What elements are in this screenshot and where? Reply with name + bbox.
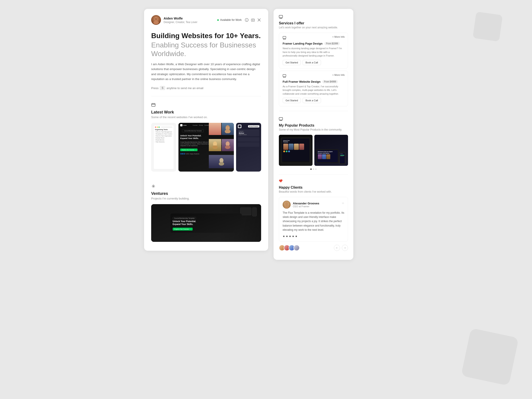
- svg-point-17: [212, 146, 218, 149]
- testimonial-name: Alexander Grooves: [293, 202, 319, 205]
- service-desc-2: As a Framer Expert & Top Creator, I've s…: [283, 85, 344, 96]
- svg-point-22: [153, 186, 154, 187]
- testimonials-title: Happy Clients: [279, 185, 348, 190]
- hero-title-main: Building Websites for 10+ Years.: [151, 32, 261, 40]
- svg-point-21: [219, 162, 224, 165]
- star-rating: ★ ★ ★ ★ ★: [283, 235, 344, 238]
- press-hint: Press S anytime to send me an email: [151, 86, 261, 90]
- get-started-btn-1[interactable]: Get Started: [283, 60, 301, 65]
- card1-item4: • Kanban Board: [155, 137, 172, 139]
- service-buttons-1: Get Started Book a Call: [283, 60, 344, 65]
- carousel-dot-3[interactable]: [315, 168, 317, 170]
- star-1: ★: [283, 235, 285, 238]
- service-desc-1: Need a stunning landing page designed in…: [283, 47, 344, 58]
- nav-arrows: ← →: [334, 245, 348, 251]
- testimonial-role: CEO at Framer: [293, 205, 319, 208]
- testimonial-text: The Flux Template is a revelation for my…: [283, 211, 344, 232]
- carousel-dot-1[interactable]: [310, 168, 312, 170]
- star-5: ★: [295, 235, 298, 238]
- testimonial-card: Alexander Grooves CEO at Framer " The Fl…: [279, 197, 348, 242]
- svg-rect-27: [283, 36, 286, 38]
- services-section: Services I offer Let's work together on …: [273, 9, 353, 106]
- venture-heading2: Expand Your Skills.: [173, 223, 240, 225]
- card3-heading: Mellow: [239, 132, 258, 134]
- service-card-1: + More Info Framer Landing Page Design F…: [279, 32, 348, 69]
- svg-marker-9: [253, 19, 253, 21]
- venture-btn[interactable]: Explore Our Courses →: [173, 228, 193, 231]
- twitter-icon[interactable]: [257, 18, 261, 22]
- card2-btn[interactable]: Explore Our Courses →: [180, 149, 197, 151]
- testimonial-avatar: [283, 201, 291, 209]
- avatar: [151, 15, 161, 25]
- carousel-dots: [279, 168, 348, 170]
- products-title: My Popular Products: [279, 123, 348, 127]
- key-badge: S: [160, 86, 165, 90]
- testimonial-author: Alexander Grooves CEO at Framer: [283, 201, 319, 209]
- svg-point-14: [226, 127, 227, 128]
- svg-point-7: [247, 19, 247, 19]
- venture-heading: Unlock Your Potential.: [173, 220, 240, 222]
- service-title-2: Full Framer Website Design: [283, 80, 321, 83]
- browse-btn: Browse Products: [248, 125, 259, 127]
- prev-arrow[interactable]: ←: [334, 245, 340, 251]
- star-3: ★: [289, 235, 291, 238]
- quote-marks: ": [342, 202, 344, 208]
- svg-point-13: [225, 129, 231, 133]
- hero-section: Building Websites for 10+ Years. Enablin…: [144, 29, 268, 96]
- card3-desc: Digital Products: [239, 134, 258, 135]
- profile-text: Aiden Wolfe Designer, Creator, Tea Lover: [164, 16, 197, 24]
- status-dot: [217, 19, 219, 21]
- star-2: ★: [286, 235, 288, 238]
- hero-body: I am Aiden Wolfe, a Web Designer with ov…: [151, 62, 261, 82]
- p2-heading: Effortlessly Sell Your Digital Products …: [318, 151, 337, 154]
- next-arrow[interactable]: →: [342, 245, 348, 251]
- svg-rect-10: [152, 103, 155, 106]
- card3-subtitle: Featured: [239, 131, 258, 132]
- work-card-2[interactable]: Luma CoursesPricingContact & SupportAbou…: [178, 123, 234, 171]
- profile-info: Aiden Wolfe Designer, Creator, Tea Lover: [151, 15, 197, 25]
- product-card-2[interactable]: Effortlessly Sell Your Digital Products …: [314, 135, 348, 166]
- testimonial-header: Alexander Grooves CEO at Framer ": [283, 201, 344, 209]
- p2-phone-text: Mellow: [340, 153, 344, 154]
- star-4: ★: [292, 235, 294, 238]
- hero-title-sub: Enabling Success for Businesses Worldwid…: [151, 41, 261, 58]
- service-price-1: From $1999: [324, 42, 340, 45]
- svg-rect-35: [279, 117, 283, 120]
- service-buttons-2: Get Started Book a Call: [283, 98, 344, 103]
- latest-work-title: Latest Work: [151, 110, 261, 115]
- ventures-desc: Projects I'm currently building.: [151, 197, 261, 200]
- products-icon: [279, 117, 348, 122]
- carousel-dot-2[interactable]: [313, 168, 314, 170]
- card1-item2: • Templates for Task Creation: [155, 133, 172, 134]
- social-icons: [245, 18, 261, 22]
- info-icon[interactable]: [245, 18, 249, 22]
- more-info-btn-1[interactable]: + More Info: [332, 35, 345, 38]
- ventures-section: Ventures Projects I'm currently building…: [144, 178, 268, 242]
- book-call-btn-1[interactable]: Book a Call: [303, 60, 321, 65]
- more-info-btn-2[interactable]: + More Info: [332, 74, 345, 76]
- testimonials-section: Happy Clients Beautiful words from clien…: [273, 174, 353, 242]
- card1-title: Organizing Tasks: [155, 129, 172, 130]
- available-label: Available for Work: [220, 18, 242, 21]
- svg-point-1: [154, 17, 158, 21]
- work-card-1[interactable]: Organizing Tasks • Tools for Task Manage…: [151, 123, 176, 171]
- latest-work-icon: [151, 103, 261, 108]
- testimonials-desc: Beautiful words from clients I've worked…: [279, 190, 348, 193]
- svg-point-2: [153, 21, 159, 24]
- ventures-card[interactable]: Course/Membership Template Unlock Your P…: [151, 204, 261, 242]
- reviewer-avatars: [279, 245, 300, 251]
- service-title-row-1: Framer Landing Page Design From $1999: [283, 42, 344, 45]
- venture-tag: Course/Membership Template: [173, 217, 196, 219]
- testimonial-author-info: Alexander Grooves CEO at Framer: [293, 202, 319, 208]
- service-price-2: From $4999: [322, 80, 338, 83]
- youtube-icon[interactable]: [251, 18, 255, 22]
- work-card-3[interactable]: Browse Products Featured Mellow Digital …: [236, 123, 261, 171]
- right-panel: Services I offer Let's work together on …: [273, 9, 353, 260]
- services-icon: [279, 15, 348, 19]
- book-call-btn-2[interactable]: Book a Call: [303, 98, 321, 103]
- svg-point-40: [285, 202, 288, 206]
- card1-item3: • Tools for Task Organization: [155, 135, 172, 137]
- get-started-btn-2[interactable]: Get Started: [283, 98, 301, 103]
- card2-label-tag: Course/Membership Template: [182, 129, 204, 132]
- product-card-1[interactable]: Unlock YourPotential.: [279, 135, 313, 166]
